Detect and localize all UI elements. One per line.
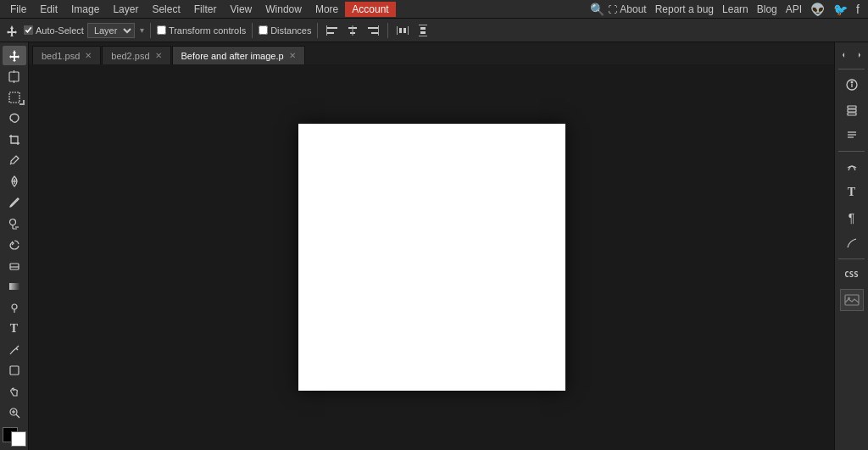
twitter-icon[interactable]: 🐦	[833, 3, 848, 16]
svg-rect-7	[368, 27, 378, 29]
hand-tool-btn[interactable]	[3, 382, 26, 402]
svg-rect-22	[9, 92, 19, 103]
dropdown-arrow: ▾	[140, 25, 144, 35]
svg-line-23	[10, 164, 11, 164]
tab-bed2[interactable]: bed2.psd ✕	[102, 46, 170, 64]
brush-tool-btn[interactable]	[3, 193, 26, 213]
svg-rect-3	[326, 25, 327, 36]
marquee-rect-btn[interactable]	[3, 88, 26, 108]
svg-rect-14	[420, 27, 426, 30]
eraser-tool-btn[interactable]	[3, 256, 26, 275]
panel-collapse-right-icon[interactable]	[852, 47, 867, 63]
align-center-h-icon[interactable]	[344, 22, 361, 39]
dodge-tool-btn[interactable]	[3, 298, 26, 318]
menu-filter[interactable]: Filter	[187, 2, 224, 17]
pen-tool-btn[interactable]	[3, 340, 26, 359]
svg-marker-37	[843, 53, 844, 58]
learn-link[interactable]: Learn	[722, 3, 748, 15]
tab-bar: bed1.psd ✕ bed2.psd ✕ Before and after i…	[29, 42, 834, 64]
menu-window[interactable]: Window	[259, 2, 309, 17]
report-bug-link[interactable]: Report a bug	[655, 3, 714, 15]
menu-layer[interactable]: Layer	[106, 2, 145, 17]
effects-panel-icon[interactable]	[839, 155, 865, 179]
css-panel-btn[interactable]: CSS	[839, 263, 865, 286]
svg-rect-2	[327, 32, 334, 34]
stamp-tool-btn[interactable]	[3, 214, 26, 233]
svg-point-41	[851, 81, 853, 83]
distances-input[interactable]	[259, 25, 268, 35]
menu-select[interactable]: Select	[145, 2, 186, 17]
transform-controls-checkbox[interactable]: Transform controls	[157, 25, 246, 36]
svg-marker-0	[7, 25, 17, 36]
heal-tool-btn[interactable]	[3, 172, 26, 192]
lasso-tool-btn[interactable]	[3, 108, 26, 128]
svg-rect-17	[419, 36, 427, 36]
api-link[interactable]: API	[786, 3, 802, 15]
zoom-tool-btn[interactable]	[3, 403, 26, 423]
menu-account[interactable]: Account	[345, 2, 395, 17]
menu-more[interactable]: More	[309, 2, 345, 17]
panel-sep-2	[838, 151, 865, 152]
facebook-icon[interactable]: f	[856, 3, 860, 16]
align-right-icon[interactable]	[364, 22, 381, 39]
svg-rect-8	[371, 32, 378, 34]
svg-point-49	[848, 297, 850, 300]
align-left-icon[interactable]	[324, 22, 341, 39]
fg-bg-color[interactable]	[3, 427, 26, 447]
toolbar-sep-1	[150, 23, 151, 38]
shape-tool-btn[interactable]	[3, 361, 26, 381]
info-panel-icon[interactable]	[839, 73, 865, 97]
tab-bed1[interactable]: bed1.psd ✕	[32, 46, 101, 64]
panel-collapse-left-icon[interactable]	[836, 47, 851, 63]
menu-file[interactable]: File	[3, 2, 33, 17]
transform-controls-input[interactable]	[157, 25, 166, 35]
svg-rect-11	[403, 28, 406, 33]
curves-panel-icon[interactable]	[839, 231, 865, 255]
panel-sep-1	[838, 69, 865, 69]
reddit-icon[interactable]: 👽	[810, 3, 825, 16]
layer-dropdown[interactable]: Layer	[87, 23, 135, 38]
history-brush-btn[interactable]	[3, 235, 26, 254]
tab-close-bed1[interactable]: ✕	[85, 52, 92, 60]
layers-panel-icon[interactable]	[839, 98, 865, 122]
history-panel-icon[interactable]	[839, 124, 865, 147]
svg-rect-6	[353, 25, 353, 36]
eyedropper-tool-btn[interactable]	[3, 151, 26, 170]
svg-rect-1	[327, 27, 337, 29]
menu-view[interactable]: View	[223, 2, 259, 17]
svg-rect-42	[848, 106, 856, 108]
move-tool-btn[interactable]	[3, 46, 26, 65]
crop-tool-btn[interactable]	[3, 130, 26, 149]
paragraph-panel-icon[interactable]: ¶	[839, 206, 865, 230]
about-link[interactable]: About	[620, 3, 646, 15]
blog-link[interactable]: Blog	[757, 3, 777, 15]
svg-rect-12	[397, 26, 398, 35]
distribute-h-icon[interactable]	[394, 22, 411, 39]
toolbar-sep-4	[387, 23, 388, 38]
svg-rect-15	[420, 31, 426, 34]
menu-edit[interactable]: Edit	[33, 2, 64, 17]
auto-select-input[interactable]	[24, 25, 33, 35]
distances-checkbox[interactable]: Distances	[259, 25, 311, 36]
right-panel: T ¶ CSS	[834, 42, 868, 450]
svg-rect-10	[399, 28, 402, 33]
toolbar-sep-2	[252, 23, 253, 38]
tab-close-bed2[interactable]: ✕	[155, 52, 162, 60]
auto-select-checkbox[interactable]: Auto-Select	[24, 25, 84, 36]
menu-image[interactable]: Image	[64, 2, 106, 17]
text-panel-icon[interactable]: T	[839, 181, 865, 204]
gradient-tool-btn[interactable]	[3, 277, 26, 297]
menu-right: About Report a bug Learn Blog API 👽 🐦 f	[620, 3, 860, 16]
image-panel-icon[interactable]	[840, 289, 864, 311]
tab-close-before-after[interactable]: ✕	[289, 52, 296, 60]
svg-rect-43	[848, 109, 856, 112]
text-tool-btn[interactable]: T	[3, 319, 26, 338]
svg-rect-19	[9, 72, 19, 81]
menu-bar: File Edit Image Layer Select Filter View…	[0, 0, 868, 19]
distribute-v-icon[interactable]	[415, 22, 431, 39]
tab-before-after[interactable]: Before and after image.p ✕	[172, 46, 305, 64]
artboard-tool-btn[interactable]	[3, 67, 26, 86]
svg-rect-29	[9, 283, 19, 290]
fullscreen-icon[interactable]: ⛶	[604, 2, 620, 17]
search-icon[interactable]: 🔍	[589, 2, 604, 17]
